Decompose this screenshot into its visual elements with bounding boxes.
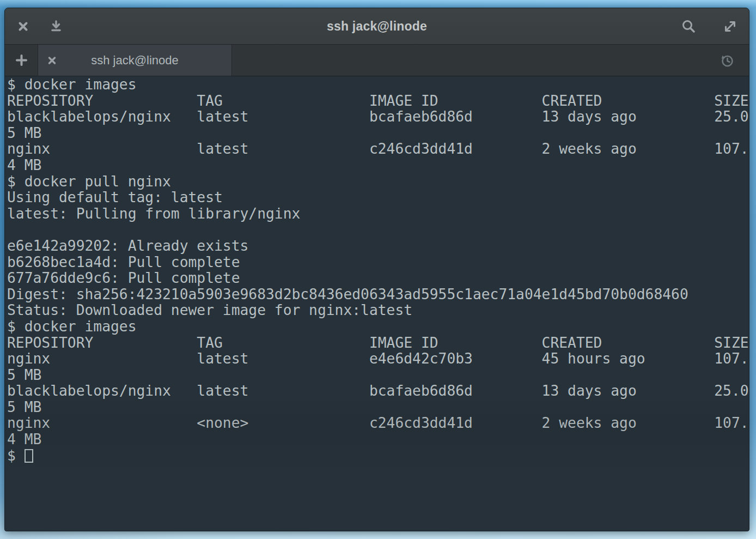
download-button[interactable] <box>50 20 63 33</box>
terminal-output: $ docker images REPOSITORY TAG IMAGE ID … <box>5 76 749 448</box>
tab-ssh-jack-linode[interactable]: ssh jack@linode <box>38 45 232 76</box>
prompt-symbol: $ <box>7 447 16 464</box>
expand-icon <box>723 20 737 33</box>
terminal-window: ssh jack@linode <box>4 8 749 531</box>
download-icon <box>50 20 63 33</box>
terminal[interactable]: $ docker images REPOSITORY TAG IMAGE ID … <box>5 76 749 531</box>
new-tab-button[interactable] <box>5 45 38 76</box>
expand-button[interactable] <box>723 20 737 33</box>
plus-icon <box>14 53 29 68</box>
desktop: ssh jack@linode <box>0 0 756 539</box>
window-title: ssh jack@linode <box>5 19 749 34</box>
titlebar[interactable]: ssh jack@linode <box>5 8 749 45</box>
search-icon <box>681 19 696 34</box>
history-button[interactable] <box>720 53 735 68</box>
prompt-line: $ <box>5 448 749 464</box>
history-icon <box>720 53 735 68</box>
search-button[interactable] <box>681 19 696 34</box>
close-icon <box>17 20 29 33</box>
window-close-button[interactable] <box>17 20 29 33</box>
terminal-cursor <box>25 449 33 463</box>
tab-label: ssh jack@linode <box>91 53 179 68</box>
close-icon <box>47 55 57 65</box>
tab-close-button[interactable] <box>47 55 57 65</box>
tab-bar: ssh jack@linode <box>5 45 749 76</box>
